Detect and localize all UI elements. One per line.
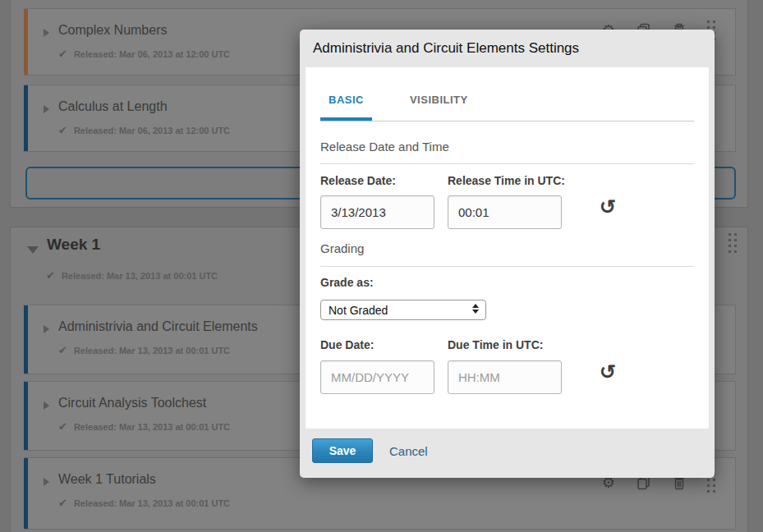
check-icon: ✔ bbox=[58, 345, 67, 355]
due-date-input[interactable] bbox=[320, 360, 434, 394]
modal-body: BASIC VISIBILITY Release Date and Time R… bbox=[306, 67, 709, 429]
tab-divider bbox=[320, 121, 694, 122]
reset-due-icon[interactable]: ↺ bbox=[600, 362, 616, 382]
due-time-label: Due Time in UTC: bbox=[448, 338, 543, 351]
release-date-input[interactable] bbox=[320, 195, 434, 229]
check-icon: ✔ bbox=[58, 421, 67, 432]
expand-arrow-icon[interactable] bbox=[44, 29, 49, 37]
due-date-label: Due Date: bbox=[320, 338, 374, 351]
status-accent-bar bbox=[24, 9, 28, 75]
released-date-text: Released: Mar 06, 2013 at 12:00 UTC bbox=[74, 126, 230, 135]
collapse-arrow-icon[interactable] bbox=[27, 246, 39, 254]
tab-visibility[interactable]: VISIBILITY bbox=[402, 94, 476, 121]
subsection-settings-modal: Administrivia and Circuit Elements Setti… bbox=[300, 30, 715, 478]
grading-section-heading: Grading bbox=[320, 241, 364, 255]
subsection-title: Administrivia and Circuit Elements bbox=[58, 319, 258, 334]
section-title: Calculus at Length bbox=[58, 99, 168, 114]
subsection-title: Circuit Analysis Toolchest bbox=[58, 396, 206, 410]
modal-title: Administrivia and Circuit Elements Setti… bbox=[313, 40, 579, 57]
cancel-button[interactable]: Cancel bbox=[389, 444, 428, 458]
section-title: Complex Numbers bbox=[58, 23, 167, 38]
grade-as-selected-value: Not Graded bbox=[329, 304, 388, 317]
release-section-heading: Release Date and Time bbox=[320, 140, 449, 154]
release-time-label: Release Time in UTC: bbox=[448, 174, 565, 187]
status-accent-bar bbox=[24, 458, 28, 529]
status-accent-bar bbox=[24, 382, 28, 450]
week-title: Week 1 bbox=[47, 236, 100, 254]
expand-arrow-icon[interactable] bbox=[44, 325, 49, 333]
release-date-label: Release Date: bbox=[320, 174, 396, 187]
save-button[interactable]: Save bbox=[312, 438, 373, 463]
page: Complex Numbers ✔ Released: Mar 06, 2013… bbox=[0, 0, 763, 532]
divider bbox=[320, 163, 694, 164]
released-date-text: Released: Mar 13, 2013 at 00:01 UTC bbox=[74, 346, 230, 355]
grade-as-select[interactable]: Not Graded bbox=[320, 300, 486, 320]
modal-footer: Save Cancel bbox=[312, 438, 428, 463]
settings-tabs: BASIC VISIBILITY bbox=[320, 94, 694, 121]
release-time-input[interactable] bbox=[448, 195, 562, 229]
subsection-title: Week 1 Tutorials bbox=[58, 472, 156, 487]
grade-as-label: Grade as: bbox=[320, 276, 374, 289]
divider bbox=[320, 266, 694, 267]
expand-arrow-icon[interactable] bbox=[44, 105, 49, 113]
tab-basic[interactable]: BASIC bbox=[320, 94, 372, 121]
released-date-text: Released: Mar 06, 2013 at 12:00 UTC bbox=[74, 49, 230, 59]
reset-release-icon[interactable]: ↺ bbox=[600, 197, 616, 217]
released-date-text: Released: Mar 13, 2013 at 00:01 UTC bbox=[74, 498, 230, 508]
expand-arrow-icon[interactable] bbox=[44, 401, 49, 410]
check-icon: ✔ bbox=[58, 125, 67, 135]
released-date-text: Released: Mar 13, 2013 at 00:01 UTC bbox=[62, 271, 218, 281]
drag-handle[interactable] bbox=[729, 233, 737, 253]
check-icon: ✔ bbox=[46, 270, 55, 281]
select-spinner-icon bbox=[472, 304, 479, 314]
check-icon: ✔ bbox=[58, 48, 67, 59]
due-time-input[interactable] bbox=[448, 360, 562, 394]
status-accent-bar bbox=[24, 305, 28, 374]
expand-arrow-icon[interactable] bbox=[44, 478, 49, 486]
check-icon: ✔ bbox=[58, 498, 67, 508]
status-accent-bar bbox=[24, 85, 28, 151]
released-date-text: Released: Mar 13, 2013 at 00:01 UTC bbox=[74, 422, 230, 432]
